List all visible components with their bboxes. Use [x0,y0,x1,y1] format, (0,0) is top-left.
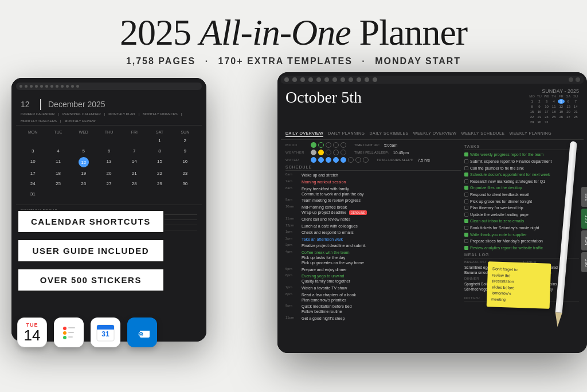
task-item: Pick up groceries for dinner tonight [464,199,579,204]
schedule-item: 7pm Watch a favorite TV show [285,285,461,291]
toolbar-icon [365,77,369,82]
day-header: WED [72,130,96,134]
tab-daily-scribbles[interactable]: DAILY SCRIBBLES [369,131,408,137]
svg-point-0 [63,327,66,330]
toolbar-dot [76,85,79,88]
cal-row: 1 2 [21,136,197,145]
cal-cell: 2 [173,136,197,145]
task-checkbox[interactable] [464,152,468,156]
tab-daily-planning[interactable]: DAILY PLANNING [328,131,365,137]
outlook-app-icon[interactable]: O [127,317,157,347]
schedule-time: 6pm [285,273,299,284]
toolbar-icon [373,77,377,82]
pencil-tip [554,312,562,327]
weather-dots [311,150,346,155]
schedule-text: Watch a favorite TV show [302,285,347,291]
task-checkbox[interactable] [464,199,468,203]
schedule-text: Get a good night's sleep [302,316,345,321]
schedule-text: Enjoy breakfast with family [302,186,461,191]
nav-tab: PERSONAL CALENDAR [62,112,101,116]
cal-row: 3 4 5 6 7 8 9 [21,147,197,155]
cal-cell [147,190,171,198]
cal-cell: 30 [173,179,197,188]
schedule-text: Read a few chapters of a book [302,292,461,297]
cal-cell: 5 [72,147,96,155]
toolbar-icon [292,77,297,82]
nav-tab: MONTHLY FINANCES [143,112,178,116]
gcal-app-icon[interactable]: 31 [91,317,120,347]
app-icons-row: TUE 14 31 [17,317,157,347]
task-checkbox[interactable] [464,219,468,223]
water-dot [318,157,324,163]
day-header: FRI [122,130,146,134]
task-checkbox[interactable] [464,173,468,177]
weather-label: WEATHER [285,151,308,154]
task-checkbox[interactable] [464,193,468,197]
hours-slept-value: 7.5 hrs [418,158,430,162]
task-checkbox[interactable] [464,239,468,243]
task-checkbox[interactable] [464,233,468,237]
tab-weekly-planning[interactable]: WEEKLY PLANNING [509,131,551,137]
task-checkbox[interactable] [464,159,468,163]
tablet-date: 12 | December 2025 [21,96,197,111]
side-tab-sep[interactable]: SEP [581,187,587,207]
cal-cell: 8 [147,147,171,155]
task-checkbox[interactable] [464,186,468,190]
tab-weekly-overview[interactable]: WEEKLY OVERVIEW [413,131,457,137]
tab-daily-overview[interactable]: DAILY OVERVIEW [285,131,323,137]
toolbar-icon [341,77,345,82]
reminders-app-icon[interactable] [54,317,84,347]
cal-cell [173,190,197,198]
time-got-up-value: 5:05am [384,143,397,147]
side-tab-nov[interactable]: NOV [581,230,587,250]
cal-cell [46,190,70,198]
schedule-time: 7pm [285,285,299,291]
task-checkbox[interactable] [464,206,468,210]
cal-cell [122,190,146,198]
task-checkbox[interactable] [464,226,468,230]
side-tab-dec[interactable]: DEC [581,252,587,272]
schedule-text: Pick up tasks for the day [302,255,461,260]
toolbar-dot [30,85,33,88]
task-item: Organize files on the desktop [464,185,579,190]
title-suffix: Planner [351,12,468,53]
day-header: MON [21,130,45,134]
schedule-text: Pick up groceries on the way home [302,260,461,265]
schedule-item: 9pm Quick meditation before bed Follow b… [285,304,461,314]
task-text: Prepare slides for Monday's presentation [470,238,543,244]
water-dot [355,157,361,163]
cal-cell: 18 [46,169,70,178]
cal-cell: 24 [21,179,45,188]
water-dot [311,157,316,163]
cal-row: 31 [21,190,197,198]
calendar-app-icon[interactable]: TUE 14 [17,317,47,347]
schedule-item: 11pm Get a good night's sleep [285,316,461,321]
cal-cell [72,190,96,198]
schedule-text: Quality family time together [302,279,461,284]
water-dot [348,157,354,163]
cal-cell: 3 [21,147,45,155]
month-year: December 2025 [48,100,105,109]
schedule-text: Take an afternoon walk [302,237,343,242]
side-tab-oct[interactable]: OCT [581,209,587,229]
task-checkbox[interactable] [464,166,468,170]
cal-cell-today: 12 [79,157,89,167]
schedule-text: Team meeting to review progress [302,198,361,203]
subtitle-start: MONDAY START [375,56,461,66]
schedule-item: 7am Morning workout session [285,179,461,185]
task-text: Write thank-you note to supplier [470,232,527,237]
task-checkbox[interactable] [464,246,468,250]
schedule-text: Coffee break with the team [302,250,461,255]
tab-weekly-schedule[interactable]: WEEKLY SCHEDULE [461,131,504,137]
toolbar-icon [332,77,337,82]
subtitle-pages: 1,758 PAGES [126,56,195,66]
schedule-time: 11pm [285,316,299,321]
schedule-header: SCHEDULE [285,165,461,171]
task-text: Update the website landing page [470,212,529,217]
water-label: WATER [285,158,308,162]
task-checkbox[interactable] [464,213,468,217]
schedule-time: 6am [285,173,299,178]
task-checkbox[interactable] [464,179,468,183]
date-number: 12 [21,100,30,109]
cal-cell: 26 [72,179,96,188]
